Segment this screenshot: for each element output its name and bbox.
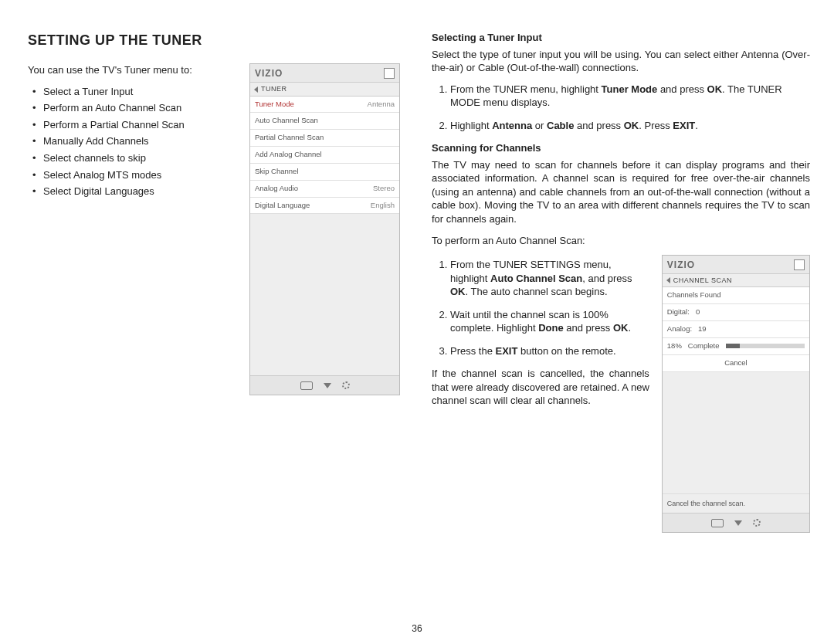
intro-text: You can use the TV's Tuner menu to:: [28, 63, 240, 77]
cc-icon: [711, 519, 724, 527]
menu-row: Auto Channel Scan: [250, 113, 399, 130]
select-input-steps: From the TUNER menu, highlight Tuner Mod…: [432, 83, 810, 133]
tuner-menu-screenshot: VIZIO TUNER Tuner Mode Antenna Auto C: [249, 63, 400, 395]
step: Highlight Antenna or Cable and press OK.…: [450, 119, 810, 133]
home-icon: [794, 259, 805, 270]
list-item: Select channels to skip: [28, 151, 240, 165]
channels-found-row: Channels Found: [663, 287, 809, 304]
menu-row: Partial Channel Scan: [250, 130, 399, 147]
back-icon: [666, 277, 670, 283]
menu-title: CHANNEL SCAN: [673, 276, 732, 285]
home-icon: [384, 68, 395, 79]
step: Press the EXIT button on the remote.: [450, 344, 649, 358]
menu-row: Add Analog Channel: [250, 147, 399, 164]
progress-row: 18% Complete: [663, 338, 809, 355]
step: From the TUNER SETTINGS menu, highlight …: [450, 258, 649, 299]
page-number: 36: [0, 622, 834, 635]
list-item: Manually Add Channels: [28, 134, 240, 148]
scanning-para: The TV may need to scan for channels bef…: [432, 158, 810, 226]
cancel-row: Cancel: [663, 355, 809, 372]
digital-row: Digital: 0: [663, 304, 809, 321]
scanning-steps: From the TUNER SETTINGS menu, highlight …: [432, 258, 649, 358]
vizio-logo: VIZIO: [255, 67, 283, 80]
select-input-para: Select the type of tuner input you will …: [432, 48, 810, 75]
menu-row: Analog Audio Stereo: [250, 181, 399, 198]
menu-title: TUNER: [261, 84, 287, 93]
subheading-scanning: Scanning for Channels: [432, 141, 810, 155]
scanning-lead: To perform an Auto Channel Scan:: [432, 234, 810, 248]
cc-icon: [300, 381, 313, 390]
step: Wait until the channel scan is 100% comp…: [450, 308, 649, 335]
v-icon: [734, 520, 742, 526]
vizio-logo: VIZIO: [667, 259, 695, 271]
channel-scan-screenshot: VIZIO CHANNEL SCAN Channels Found Digita…: [662, 255, 810, 533]
progress-bar: [726, 344, 805, 348]
menu-row: Digital Language English: [250, 198, 399, 215]
back-icon: [254, 86, 258, 93]
list-item: Select a Tuner Input: [28, 85, 240, 99]
gear-icon: [753, 519, 761, 527]
section-heading: SETTING UP THE TUNER: [28, 31, 404, 49]
gear-icon: [342, 381, 350, 389]
scanning-tail: If the channel scan is cancelled, the ch…: [432, 367, 649, 408]
feature-list: Select a Tuner Input Perform an Auto Cha…: [28, 85, 240, 198]
hint-text: Cancel the channel scan.: [663, 493, 809, 513]
step: From the TUNER menu, highlight Tuner Mod…: [450, 83, 810, 110]
menu-row: Skip Channel: [250, 164, 399, 181]
menu-row-tuner-mode: Tuner Mode Antenna: [250, 97, 399, 114]
list-item: Perform a Partial Channel Scan: [28, 118, 240, 132]
subheading-select-input: Selecting a Tuner Input: [432, 31, 810, 45]
analog-row: Analog: 19: [663, 321, 809, 338]
list-item: Perform an Auto Channel Scan: [28, 101, 240, 115]
list-item: Select Digital Languages: [28, 185, 240, 198]
list-item: Select Analog MTS modes: [28, 168, 240, 182]
v-icon: [324, 383, 331, 388]
